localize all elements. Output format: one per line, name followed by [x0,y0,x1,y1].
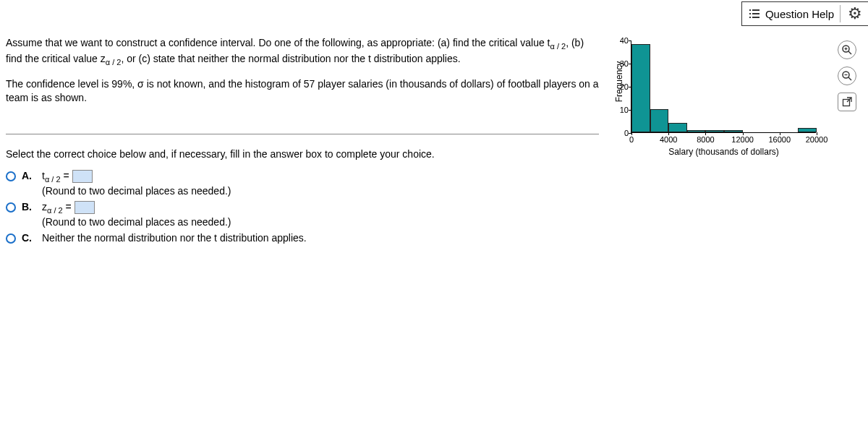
popout-icon[interactable] [838,93,856,111]
histogram-bar [798,128,817,132]
chart-tools [838,40,856,111]
choice-b-body: zα / 2 = (Round to two decimal places as… [42,201,231,228]
zoom-out-icon[interactable] [838,67,856,85]
radio-b[interactable] [6,202,16,213]
histogram-bar [631,44,650,132]
choice-a-letter: A. [22,170,36,181]
svg-line-5 [848,77,851,80]
radio-c[interactable] [6,233,16,244]
zoom-in-icon[interactable] [838,40,856,59]
question-paragraph-2: The confidence level is 99%, σ is not kn… [6,77,599,105]
choice-prompt: Select the correct choice below and, if … [6,147,599,161]
chart-area: Frequency Salary (thousands of dollars) … [609,36,855,159]
choice-c-letter: C. [22,232,36,244]
gear-icon[interactable]: ⚙ [846,4,864,23]
section-divider [6,134,599,134]
xtick-label: 12000 [731,135,754,144]
question-help-link[interactable]: Question Help [765,8,834,20]
histogram-bar [650,109,669,132]
ytick-label: 30 [614,59,629,68]
choice-b-note: (Round to two decimal places as needed.) [42,216,231,228]
histogram-bar [724,130,743,132]
svg-line-1 [848,51,851,54]
chart-xlabel: Salary (thousands of dollars) [668,147,779,157]
xtick-label: 16000 [769,135,791,144]
choice-c: C. Neither the normal distribution nor t… [6,232,599,244]
choice-a-body: tα / 2 = (Round to two decimal places as… [42,170,231,197]
choices-group: A. tα / 2 = (Round to two decimal places… [6,170,599,244]
xtick-label: 8000 [697,135,714,144]
xtick-label: 4000 [660,135,677,144]
ytick-label: 40 [614,36,629,45]
question-paragraph-1: Assume that we want to construct a confi… [6,36,599,67]
divider-vertical [840,5,841,22]
answer-input-a[interactable] [72,170,93,183]
ytick-label: 10 [614,106,629,114]
ytick-label: 0 [614,129,629,137]
histogram-bar [668,123,687,132]
histogram-bar [705,130,724,132]
answer-input-b[interactable] [75,201,95,214]
ytick-label: 20 [614,82,629,91]
histogram-bar [687,130,706,132]
choice-b: B. zα / 2 = (Round to two decimal places… [6,201,599,228]
xtick-label: 20000 [806,135,828,144]
xtick-label: 0 [629,135,634,144]
question-column: Assume that we want to construct a confi… [6,36,599,248]
list-icon [749,9,760,18]
choice-a-note: (Round to two decimal places as needed.) [42,185,231,197]
main-content: Assume that we want to construct a confi… [0,0,868,248]
histogram-bars [631,40,816,132]
choice-b-letter: B. [22,201,36,213]
radio-a[interactable] [6,171,16,181]
histogram-plot: Salary (thousands of dollars) 0102030400… [631,40,816,133]
choice-c-text: Neither the normal distribution nor the … [42,232,307,244]
choice-a: A. tα / 2 = (Round to two decimal places… [6,170,599,197]
top-bar: Question Help ⚙ [741,1,868,26]
